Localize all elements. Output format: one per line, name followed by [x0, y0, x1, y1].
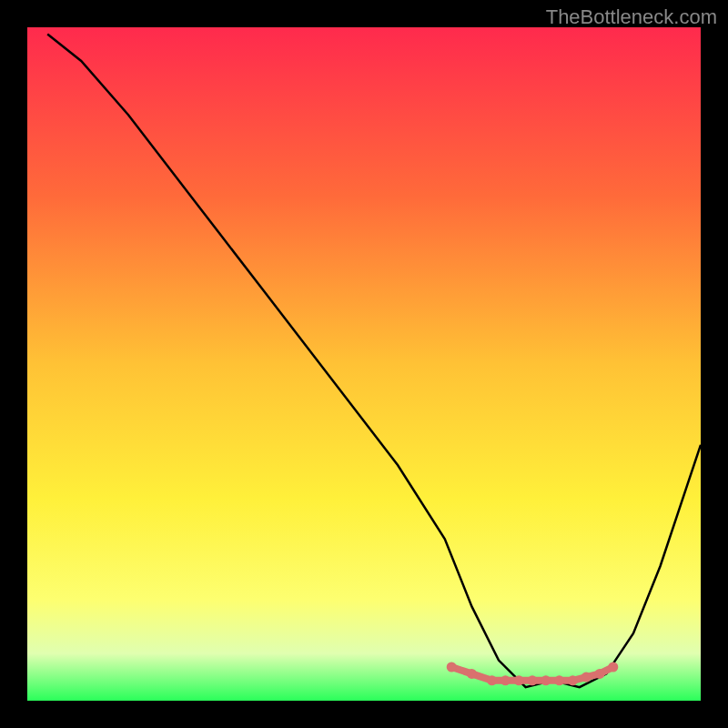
optimal-range-point [541, 675, 551, 685]
optimal-range-point [608, 662, 618, 672]
optimal-range-point [528, 675, 538, 685]
chart-svg [27, 27, 701, 701]
optimal-range-point [500, 675, 511, 685]
plot-background [27, 27, 701, 701]
optimal-range-point [568, 675, 578, 685]
optimal-range-point [581, 672, 592, 682]
optimal-range-point [467, 669, 477, 679]
optimal-range-point [554, 675, 564, 685]
chart-container [27, 27, 701, 701]
optimal-range-point [595, 669, 605, 679]
optimal-range-point [487, 675, 497, 685]
watermark-text: TheBottleneck.com [546, 5, 717, 29]
optimal-range-point [514, 675, 524, 685]
optimal-range-point [447, 662, 457, 672]
